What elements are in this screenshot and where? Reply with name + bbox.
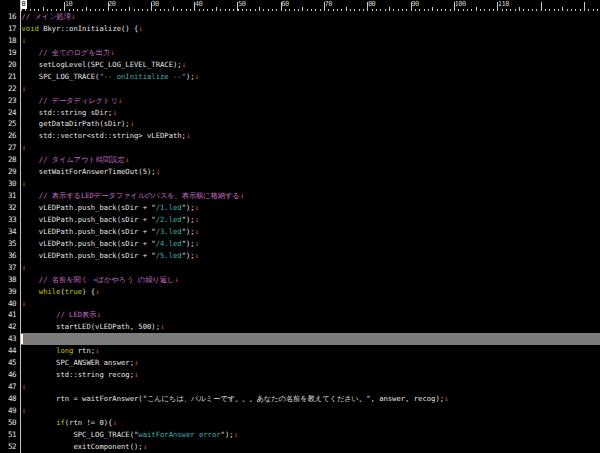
code-line[interactable]: 29 setWaitForAnswerTimeOut(5);↓ — [0, 166, 600, 178]
code-segment: // メイン処理 — [22, 12, 71, 21]
code-line[interactable]: 46 std::string recog;↓ — [0, 369, 600, 381]
code-line[interactable]: 51 SPC_LOG_TRACE("waitForAnswer error");… — [0, 429, 600, 441]
code-segment: SPC_LOG_TRACE(" — [22, 430, 139, 439]
code-segment: std::string sDir; — [22, 108, 113, 117]
line-text: ↓ — [22, 179, 27, 189]
code-line[interactable]: 31 // 表示するLEDデータファイルのパスを、表示順に格納する↓ — [0, 190, 600, 202]
editor-window: { "app": {"type": "code-editor"}, "color… — [0, 0, 600, 453]
code-line[interactable]: 20 setLogLevel(SPC_LOG_LEVEL_TRACE);↓ — [0, 59, 600, 71]
code-segment: "-- — [99, 72, 116, 81]
code-segment — [22, 191, 39, 200]
code-line[interactable]: 49↓ — [0, 405, 600, 417]
code-line[interactable]: 40↓ — [0, 298, 600, 310]
code-segment — [22, 346, 57, 355]
line-number: 23 — [0, 96, 16, 106]
line-number: 42 — [0, 322, 16, 332]
code-line[interactable]: 50 if(rtn != 0){↓ — [0, 417, 600, 429]
code-line[interactable]: 23 // データディレクトリ↓ — [0, 95, 600, 107]
newline-marker-icon: ↓ — [160, 322, 165, 331]
newline-marker-icon: ↓ — [118, 96, 123, 105]
code-segment: "); — [182, 251, 195, 260]
code-line[interactable]: 42 startLED(vLEDPath, 500);↓ — [0, 321, 600, 333]
line-text: if(rtn != 0){↓ — [22, 418, 118, 428]
code-line[interactable]: 39 while(true) {↓ — [0, 286, 600, 298]
code-line[interactable]: 25 getDataDirPath(sDir);↓ — [0, 118, 600, 130]
line-text: ↓ — [22, 334, 27, 344]
code-segment — [22, 287, 39, 296]
line-text: vLEDPath.push_back(sDir + "/2.led");↓ — [22, 215, 200, 225]
code-line[interactable]: 26 std::vector<std::string> vLEDPath;↓ — [0, 130, 600, 142]
line-number: 49 — [0, 406, 16, 416]
newline-marker-icon: ↓ — [22, 84, 27, 93]
code-line[interactable]: 34 vLEDPath.push_back(sDir + "/3.led");↓ — [0, 226, 600, 238]
code-line[interactable]: 44 long rtn;↓ — [0, 345, 600, 357]
code-segment: /4.led — [156, 239, 182, 248]
code-area[interactable]: 16// メイン処理↓17void Bkyr::onInitialize() {… — [0, 11, 600, 453]
line-text: std::string recog;↓ — [22, 370, 139, 380]
code-line[interactable]: 33 vLEDPath.push_back(sDir + "/2.led");↓ — [0, 214, 600, 226]
line-number: 45 — [0, 358, 16, 368]
code-line[interactable]: 16// メイン処理↓ — [0, 11, 600, 23]
code-line[interactable]: 30↓ — [0, 178, 600, 190]
code-segment: vLEDPath.push_back(sDir + " — [22, 227, 156, 236]
newline-marker-icon: ↓ — [195, 239, 200, 248]
line-text: // LED表示↓ — [22, 310, 102, 320]
code-line[interactable]: 18↓ — [0, 35, 600, 47]
code-line[interactable]: 21 SPC_LOG_TRACE("-- onInitialize --");↓ — [0, 71, 600, 83]
line-number: 22 — [0, 84, 16, 94]
code-line[interactable]: 35 vLEDPath.push_back(sDir + "/4.led");↓ — [0, 238, 600, 250]
line-text: ↓ — [22, 36, 27, 46]
code-line[interactable]: 38 // 名前を聞く →ばかやろう の繰り返し↓ — [0, 274, 600, 286]
code-segment: vLEDPath.push_back(sDir + " — [22, 215, 156, 224]
code-segment: rtn = waitForAnswer("こんにちは、パルミーです。。。あなたの… — [22, 394, 445, 403]
line-number: 16 — [0, 12, 16, 22]
line-number: 47 — [0, 382, 16, 392]
line-text: getDataDirPath(sDir);↓ — [22, 119, 135, 129]
line-number: 17 — [0, 24, 16, 34]
code-line[interactable]: 43↓ — [0, 333, 600, 345]
line-text: void Bkyr::onInitialize() {↓ — [22, 24, 144, 34]
code-line[interactable]: 45 SPC_ANSWER answer;↓ — [0, 357, 600, 369]
code-line[interactable]: 37↓ — [0, 262, 600, 274]
ruler-label: 40 — [195, 0, 202, 9]
code-line[interactable]: 48 rtn = waitForAnswer("こんにちは、パルミーです。。。あ… — [0, 393, 600, 405]
code-line[interactable]: 52 exitComponent();↓ — [0, 441, 600, 453]
code-segment — [22, 48, 39, 57]
code-line[interactable]: 32 vLEDPath.push_back(sDir + "/1.led");↓ — [0, 202, 600, 214]
line-text: // 全てのログを出力↓ — [22, 48, 115, 58]
line-text: ↓ — [22, 143, 27, 153]
line-text: std::string sDir;↓ — [22, 108, 118, 118]
line-number: 51 — [0, 430, 16, 440]
code-line[interactable]: 22↓ — [0, 83, 600, 95]
code-line[interactable]: 24 std::string sDir;↓ — [0, 107, 600, 119]
code-segment: std::vector<std::string> vLEDPath; — [22, 131, 186, 140]
line-text: long rtn;↓ — [22, 346, 100, 356]
newline-marker-icon: ↓ — [444, 394, 449, 403]
ruler-label: 30 — [151, 0, 158, 9]
newline-marker-icon: ↓ — [22, 299, 27, 308]
newline-marker-icon: ↓ — [22, 143, 27, 152]
code-line[interactable]: 28 // タイムアウト時間設定↓ — [0, 154, 600, 166]
line-text: setLogLevel(SPC_LOG_LEVEL_TRACE);↓ — [22, 60, 187, 70]
line-number: 36 — [0, 251, 16, 261]
line-text: ↓ — [22, 263, 27, 273]
line-text: // タイムアウト時間設定↓ — [22, 155, 130, 165]
line-text: ↓ — [22, 406, 27, 416]
code-segment — [22, 310, 57, 319]
line-number: 26 — [0, 131, 16, 141]
code-line[interactable]: 19 // 全てのログを出力↓ — [0, 47, 600, 59]
code-segment: setWaitForAnswerTimeOut(5); — [22, 167, 156, 176]
newline-marker-icon: ↓ — [182, 60, 187, 69]
code-line[interactable]: 36 vLEDPath.push_back(sDir + "/5.led");↓ — [0, 250, 600, 262]
newline-marker-icon: ↓ — [143, 442, 148, 451]
code-line[interactable]: 17void Bkyr::onInitialize() {↓ — [0, 23, 600, 35]
code-segment: std::string recog; — [22, 370, 135, 379]
ruler-label: 100 — [455, 0, 466, 9]
code-line[interactable]: 47↓ — [0, 381, 600, 393]
line-number: 34 — [0, 227, 16, 237]
code-line[interactable]: 41 // LED表示↓ — [0, 309, 600, 321]
code-segment: --" — [169, 72, 186, 81]
line-text: SPC_LOG_TRACE("-- onInitialize --");↓ — [22, 72, 200, 82]
line-text: SPC_LOG_TRACE("waitForAnswer error");↓ — [22, 430, 239, 440]
code-line[interactable]: 27↓ — [0, 142, 600, 154]
